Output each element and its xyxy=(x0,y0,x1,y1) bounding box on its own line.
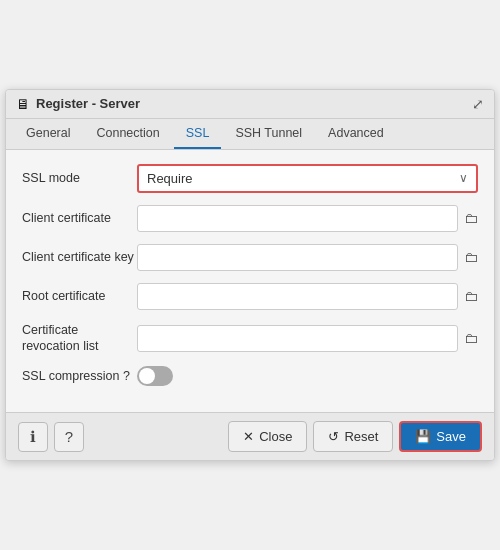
client-cert-field: 🗀 xyxy=(137,205,478,232)
tab-ssl[interactable]: SSL xyxy=(174,119,222,149)
cert-revocation-field: 🗀 xyxy=(137,325,478,352)
client-cert-key-file-icon[interactable]: 🗀 xyxy=(464,249,478,265)
window-title: Register - Server xyxy=(36,96,140,111)
window-icon: 🖥 xyxy=(16,96,30,112)
close-button[interactable]: ✕ Close xyxy=(228,421,307,452)
client-cert-label: Client certificate xyxy=(22,210,137,226)
footer-left: ℹ ? xyxy=(18,422,84,452)
root-cert-input[interactable] xyxy=(146,289,449,304)
cert-revocation-input[interactable] xyxy=(146,331,449,346)
reset-icon: ↺ xyxy=(328,429,339,444)
ssl-compression-label: SSL compression ? xyxy=(22,368,137,384)
client-cert-key-row: Client certificate key 🗀 xyxy=(22,244,478,271)
ssl-mode-row: SSL mode Require ∨ xyxy=(22,164,478,193)
client-cert-key-label: Client certificate key xyxy=(22,249,137,265)
title-bar: 🖥 Register - Server ⤢ xyxy=(6,90,494,119)
client-cert-input[interactable] xyxy=(146,211,449,226)
ssl-compression-field xyxy=(137,366,478,386)
close-icon: ✕ xyxy=(243,429,254,444)
ssl-mode-select[interactable]: Require ∨ xyxy=(137,164,478,193)
ssl-mode-label: SSL mode xyxy=(22,170,137,186)
form-content: SSL mode Require ∨ Client certificate 🗀 … xyxy=(6,150,494,413)
root-cert-row: Root certificate 🗀 xyxy=(22,283,478,310)
client-cert-key-field: 🗀 xyxy=(137,244,478,271)
root-cert-input-wrapper xyxy=(137,283,458,310)
reset-button[interactable]: ↺ Reset xyxy=(313,421,393,452)
reset-label: Reset xyxy=(344,429,378,444)
root-cert-label: Root certificate xyxy=(22,288,137,304)
tab-general[interactable]: General xyxy=(14,119,82,149)
ssl-mode-arrow: ∨ xyxy=(459,171,468,185)
info-button[interactable]: ℹ xyxy=(18,422,48,452)
cert-revocation-label: Certificate revocation list xyxy=(22,322,137,355)
footer: ℹ ? ✕ Close ↺ Reset 💾 Save xyxy=(6,412,494,460)
cert-revocation-input-wrapper xyxy=(137,325,458,352)
ssl-compression-row: SSL compression ? xyxy=(22,366,478,386)
client-cert-input-wrapper xyxy=(137,205,458,232)
help-icon: ? xyxy=(65,428,73,445)
root-cert-file-icon[interactable]: 🗀 xyxy=(464,288,478,304)
help-button[interactable]: ? xyxy=(54,422,84,452)
title-bar-left: 🖥 Register - Server xyxy=(16,96,140,112)
cert-revocation-row: Certificate revocation list 🗀 xyxy=(22,322,478,355)
save-label: Save xyxy=(436,429,466,444)
register-server-window: 🖥 Register - Server ⤢ General Connection… xyxy=(5,89,495,462)
client-cert-key-input-wrapper xyxy=(137,244,458,271)
ssl-compression-toggle-wrapper xyxy=(137,366,173,386)
ssl-mode-value: Require xyxy=(147,171,459,186)
tabs-bar: General Connection SSL SSH Tunnel Advanc… xyxy=(6,119,494,150)
client-cert-row: Client certificate 🗀 xyxy=(22,205,478,232)
client-cert-key-input[interactable] xyxy=(146,250,449,265)
ssl-mode-field: Require ∨ xyxy=(137,164,478,193)
save-icon: 💾 xyxy=(415,429,431,444)
expand-icon[interactable]: ⤢ xyxy=(472,96,484,112)
footer-right: ✕ Close ↺ Reset 💾 Save xyxy=(228,421,482,452)
tab-ssh-tunnel[interactable]: SSH Tunnel xyxy=(223,119,314,149)
client-cert-file-icon[interactable]: 🗀 xyxy=(464,210,478,226)
cert-revocation-file-icon[interactable]: 🗀 xyxy=(464,330,478,346)
root-cert-field: 🗀 xyxy=(137,283,478,310)
info-icon: ℹ xyxy=(30,428,36,446)
close-label: Close xyxy=(259,429,292,444)
ssl-compression-toggle[interactable] xyxy=(137,366,173,386)
save-button[interactable]: 💾 Save xyxy=(399,421,482,452)
toggle-knob xyxy=(139,368,155,384)
tab-connection[interactable]: Connection xyxy=(84,119,171,149)
tab-advanced[interactable]: Advanced xyxy=(316,119,396,149)
